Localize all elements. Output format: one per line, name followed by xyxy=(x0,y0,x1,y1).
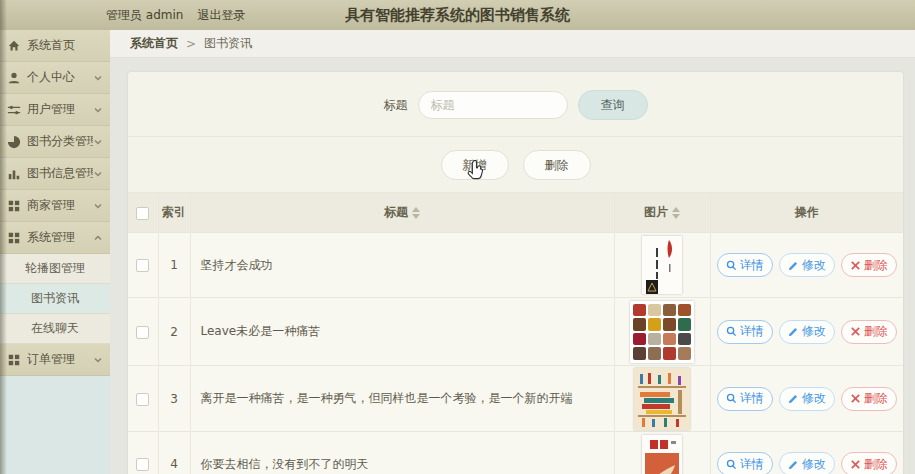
reader-magazine-cover-image xyxy=(642,435,682,474)
cell-title: 离开是一种痛苦，是一种勇气，但同样也是一个考验，是一个新的开端 xyxy=(190,366,614,432)
row-actions: 详情 修改 删除 xyxy=(711,452,904,474)
grid-icon xyxy=(7,231,21,245)
query-button[interactable]: 查询 xyxy=(578,90,648,120)
table-header-row: 索引 标题 图片 操作 xyxy=(128,193,903,233)
table-row: 4 你要去相信，没有到不了的明天 xyxy=(128,432,903,474)
main-area: 系统首页 > 图书资讯 标题 查询 新增 删除 xyxy=(110,30,915,474)
x-icon xyxy=(850,260,861,271)
chevron-down-icon xyxy=(93,355,103,365)
breadcrumb-home[interactable]: 系统首页 xyxy=(130,35,178,52)
edit-button[interactable]: 修改 xyxy=(779,253,835,277)
header-image[interactable]: 图片 xyxy=(614,193,710,233)
cell-index: 3 xyxy=(158,366,190,432)
row-checkbox[interactable] xyxy=(136,393,149,406)
chevron-down-icon xyxy=(93,73,103,83)
table-row: 2 Leave未必是一种痛苦 详情 xyxy=(128,298,903,366)
detail-button[interactable]: 详情 xyxy=(717,253,773,277)
table-row: 1 坚持才会成功 xyxy=(128,233,903,298)
sidebar: 系统首页 个人中心 用户管理 图书分类管理 图书信息管理 商家管理 xyxy=(0,30,110,474)
magnifier-icon xyxy=(726,326,737,337)
edit-button[interactable]: 修改 xyxy=(779,320,835,344)
book-cover-red-feather-image xyxy=(642,236,682,294)
magnifier-icon xyxy=(726,260,737,271)
cell-index: 4 xyxy=(158,432,190,474)
pencil-icon xyxy=(788,393,799,404)
sidebar-item-label: 商家管理 xyxy=(27,197,93,214)
page-title: 具有智能推荐系统的图书销售系统 xyxy=(345,6,570,25)
admin-info: 管理员 admin 退出登录 xyxy=(106,7,245,24)
chevron-down-icon xyxy=(93,137,103,147)
x-icon xyxy=(850,326,861,337)
pencil-icon xyxy=(788,459,799,470)
select-all-checkbox[interactable] xyxy=(136,207,149,220)
chevron-down-icon xyxy=(93,201,103,211)
magnifier-icon xyxy=(726,393,737,404)
table-row: 3 离开是一种痛苦，是一种勇气，但同样也是一个考验，是一个新的开端 xyxy=(128,366,903,432)
row-actions: 详情 修改 删除 xyxy=(711,253,904,277)
add-button[interactable]: 新增 xyxy=(441,150,509,180)
x-icon xyxy=(850,459,861,470)
sidebar-item-orders[interactable]: 订单管理 xyxy=(0,344,110,376)
edit-button[interactable]: 修改 xyxy=(779,387,835,411)
sidebar-item-label: 图书分类管理 xyxy=(27,133,93,150)
detail-button[interactable]: 详情 xyxy=(717,387,773,411)
header-index: 索引 xyxy=(158,193,190,233)
breadcrumb-current: 图书资讯 xyxy=(204,35,252,52)
search-input[interactable] xyxy=(418,91,568,119)
detail-button[interactable]: 详情 xyxy=(717,452,773,474)
chevron-down-icon xyxy=(93,105,103,115)
cell-index: 1 xyxy=(158,233,190,298)
sidebar-item-book-category[interactable]: 图书分类管理 xyxy=(0,126,110,158)
sidebar-item-book-info[interactable]: 图书信息管理 xyxy=(0,158,110,190)
row-delete-button[interactable]: 删除 xyxy=(841,452,897,474)
header-actions: 操作 xyxy=(710,193,903,233)
sidebar-subitem-carousel[interactable]: 轮播图管理 xyxy=(0,254,110,284)
sidebar-item-home[interactable]: 系统首页 xyxy=(0,30,110,62)
chevron-down-icon xyxy=(93,169,103,179)
toolbar: 新增 删除 xyxy=(128,137,903,192)
search-label: 标题 xyxy=(384,97,408,114)
data-table: 索引 标题 图片 操作 xyxy=(128,192,903,474)
sidebar-subitem-book-news-active[interactable]: 图书资讯 xyxy=(0,284,110,314)
cell-title: Leave未必是一种痛苦 xyxy=(190,298,614,366)
cell-index: 2 xyxy=(158,298,190,366)
content-card: 标题 查询 新增 删除 索引 标题 xyxy=(128,72,903,474)
admin-label: 管理员 admin xyxy=(106,7,183,24)
sidebar-item-profile[interactable]: 个人中心 xyxy=(0,62,110,94)
sort-icon[interactable] xyxy=(412,207,420,219)
sidebar-item-label: 图书信息管理 xyxy=(27,165,93,182)
row-delete-button[interactable]: 删除 xyxy=(841,253,897,277)
sidebar-item-merchant[interactable]: 商家管理 xyxy=(0,190,110,222)
home-icon xyxy=(7,39,21,53)
row-checkbox[interactable] xyxy=(136,259,149,272)
sidebar-item-system[interactable]: 系统管理 xyxy=(0,222,110,254)
breadcrumb-separator: > xyxy=(186,37,196,51)
sidebar-item-label: 订单管理 xyxy=(27,351,93,368)
grid-icon xyxy=(7,199,21,213)
delete-button[interactable]: 删除 xyxy=(523,150,591,180)
sidebar-item-label: 系统管理 xyxy=(27,229,93,246)
row-delete-button[interactable]: 删除 xyxy=(841,320,897,344)
breadcrumb: 系统首页 > 图书资讯 xyxy=(110,30,915,58)
sort-icon[interactable] xyxy=(672,207,680,219)
bar-chart-icon xyxy=(7,167,21,181)
user-icon xyxy=(7,71,21,85)
sidebar-item-users[interactable]: 用户管理 xyxy=(0,94,110,126)
edit-button[interactable]: 修改 xyxy=(779,452,835,474)
detail-button[interactable]: 详情 xyxy=(717,320,773,344)
pencil-icon xyxy=(788,326,799,337)
sidebar-subitem-online-chat[interactable]: 在线聊天 xyxy=(0,314,110,344)
content-area: 标题 查询 新增 删除 索引 标题 xyxy=(110,58,915,474)
bookshelf-people-illustration-image xyxy=(634,368,690,430)
row-checkbox[interactable] xyxy=(136,326,149,339)
sliders-icon xyxy=(7,103,21,117)
small-icons-collage-image xyxy=(630,301,694,363)
x-icon xyxy=(850,393,861,404)
row-delete-button[interactable]: 删除 xyxy=(841,387,897,411)
cell-title: 你要去相信，没有到不了的明天 xyxy=(190,432,614,474)
sidebar-item-label: 个人中心 xyxy=(27,69,93,86)
header-title[interactable]: 标题 xyxy=(190,193,614,233)
row-checkbox[interactable] xyxy=(136,458,149,471)
magnifier-icon xyxy=(726,459,737,470)
logout-link[interactable]: 退出登录 xyxy=(197,7,245,24)
